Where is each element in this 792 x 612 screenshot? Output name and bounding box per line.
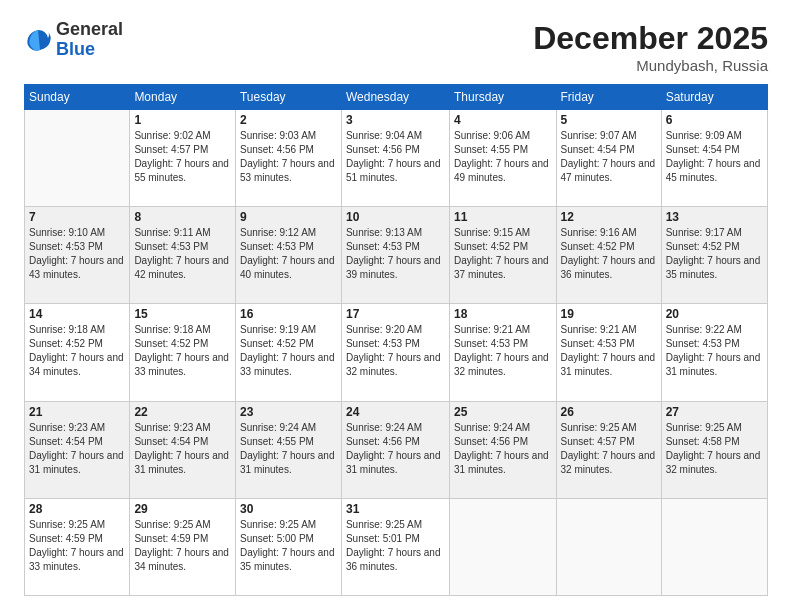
day-number: 16	[240, 307, 337, 321]
day-number: 6	[666, 113, 763, 127]
day-number: 23	[240, 405, 337, 419]
calendar-day-header: Tuesday	[235, 85, 341, 110]
calendar-cell: 4Sunrise: 9:06 AMSunset: 4:55 PMDaylight…	[450, 110, 557, 207]
day-info: Sunrise: 9:04 AMSunset: 4:56 PMDaylight:…	[346, 129, 445, 185]
day-info: Sunrise: 9:24 AMSunset: 4:56 PMDaylight:…	[346, 421, 445, 477]
calendar-day-header: Saturday	[661, 85, 767, 110]
page: General Blue December 2025 Mundybash, Ru…	[0, 0, 792, 612]
calendar-cell: 16Sunrise: 9:19 AMSunset: 4:52 PMDayligh…	[235, 304, 341, 401]
logo-general: General	[56, 20, 123, 40]
calendar-week-row: 14Sunrise: 9:18 AMSunset: 4:52 PMDayligh…	[25, 304, 768, 401]
calendar-cell: 19Sunrise: 9:21 AMSunset: 4:53 PMDayligh…	[556, 304, 661, 401]
day-info: Sunrise: 9:21 AMSunset: 4:53 PMDaylight:…	[561, 323, 657, 379]
calendar-cell: 3Sunrise: 9:04 AMSunset: 4:56 PMDaylight…	[341, 110, 449, 207]
calendar-header-row: SundayMondayTuesdayWednesdayThursdayFrid…	[25, 85, 768, 110]
day-info: Sunrise: 9:15 AMSunset: 4:52 PMDaylight:…	[454, 226, 552, 282]
day-number: 12	[561, 210, 657, 224]
calendar-cell: 9Sunrise: 9:12 AMSunset: 4:53 PMDaylight…	[235, 207, 341, 304]
day-info: Sunrise: 9:06 AMSunset: 4:55 PMDaylight:…	[454, 129, 552, 185]
day-number: 25	[454, 405, 552, 419]
calendar-day-header: Thursday	[450, 85, 557, 110]
location: Mundybash, Russia	[533, 57, 768, 74]
day-info: Sunrise: 9:25 AMSunset: 4:59 PMDaylight:…	[134, 518, 231, 574]
day-info: Sunrise: 9:10 AMSunset: 4:53 PMDaylight:…	[29, 226, 125, 282]
calendar-day-header: Sunday	[25, 85, 130, 110]
calendar-cell: 24Sunrise: 9:24 AMSunset: 4:56 PMDayligh…	[341, 401, 449, 498]
day-info: Sunrise: 9:09 AMSunset: 4:54 PMDaylight:…	[666, 129, 763, 185]
day-number: 1	[134, 113, 231, 127]
calendar-day-header: Friday	[556, 85, 661, 110]
calendar-cell: 8Sunrise: 9:11 AMSunset: 4:53 PMDaylight…	[130, 207, 236, 304]
day-number: 27	[666, 405, 763, 419]
day-number: 7	[29, 210, 125, 224]
month-title: December 2025	[533, 20, 768, 57]
day-info: Sunrise: 9:18 AMSunset: 4:52 PMDaylight:…	[29, 323, 125, 379]
calendar-day-header: Wednesday	[341, 85, 449, 110]
day-number: 22	[134, 405, 231, 419]
day-number: 8	[134, 210, 231, 224]
calendar-cell: 29Sunrise: 9:25 AMSunset: 4:59 PMDayligh…	[130, 498, 236, 595]
calendar-day-header: Monday	[130, 85, 236, 110]
calendar-cell: 12Sunrise: 9:16 AMSunset: 4:52 PMDayligh…	[556, 207, 661, 304]
logo: General Blue	[24, 20, 123, 60]
day-number: 20	[666, 307, 763, 321]
calendar-cell	[450, 498, 557, 595]
day-info: Sunrise: 9:20 AMSunset: 4:53 PMDaylight:…	[346, 323, 445, 379]
logo-icon	[24, 26, 52, 54]
calendar-cell: 18Sunrise: 9:21 AMSunset: 4:53 PMDayligh…	[450, 304, 557, 401]
calendar-cell: 22Sunrise: 9:23 AMSunset: 4:54 PMDayligh…	[130, 401, 236, 498]
calendar-cell: 6Sunrise: 9:09 AMSunset: 4:54 PMDaylight…	[661, 110, 767, 207]
day-number: 28	[29, 502, 125, 516]
day-number: 2	[240, 113, 337, 127]
day-number: 18	[454, 307, 552, 321]
day-info: Sunrise: 9:24 AMSunset: 4:56 PMDaylight:…	[454, 421, 552, 477]
day-info: Sunrise: 9:03 AMSunset: 4:56 PMDaylight:…	[240, 129, 337, 185]
calendar-cell: 13Sunrise: 9:17 AMSunset: 4:52 PMDayligh…	[661, 207, 767, 304]
calendar-week-row: 21Sunrise: 9:23 AMSunset: 4:54 PMDayligh…	[25, 401, 768, 498]
calendar-cell: 31Sunrise: 9:25 AMSunset: 5:01 PMDayligh…	[341, 498, 449, 595]
day-info: Sunrise: 9:25 AMSunset: 4:58 PMDaylight:…	[666, 421, 763, 477]
calendar-cell: 10Sunrise: 9:13 AMSunset: 4:53 PMDayligh…	[341, 207, 449, 304]
day-info: Sunrise: 9:25 AMSunset: 5:01 PMDaylight:…	[346, 518, 445, 574]
header: General Blue December 2025 Mundybash, Ru…	[24, 20, 768, 74]
day-number: 5	[561, 113, 657, 127]
day-number: 4	[454, 113, 552, 127]
calendar-cell: 21Sunrise: 9:23 AMSunset: 4:54 PMDayligh…	[25, 401, 130, 498]
day-number: 15	[134, 307, 231, 321]
day-info: Sunrise: 9:11 AMSunset: 4:53 PMDaylight:…	[134, 226, 231, 282]
calendar-cell: 14Sunrise: 9:18 AMSunset: 4:52 PMDayligh…	[25, 304, 130, 401]
day-number: 21	[29, 405, 125, 419]
calendar-cell: 11Sunrise: 9:15 AMSunset: 4:52 PMDayligh…	[450, 207, 557, 304]
calendar-cell: 28Sunrise: 9:25 AMSunset: 4:59 PMDayligh…	[25, 498, 130, 595]
day-info: Sunrise: 9:25 AMSunset: 4:59 PMDaylight:…	[29, 518, 125, 574]
day-info: Sunrise: 9:02 AMSunset: 4:57 PMDaylight:…	[134, 129, 231, 185]
day-number: 13	[666, 210, 763, 224]
day-number: 17	[346, 307, 445, 321]
day-info: Sunrise: 9:12 AMSunset: 4:53 PMDaylight:…	[240, 226, 337, 282]
day-info: Sunrise: 9:23 AMSunset: 4:54 PMDaylight:…	[134, 421, 231, 477]
day-number: 10	[346, 210, 445, 224]
day-number: 29	[134, 502, 231, 516]
day-info: Sunrise: 9:19 AMSunset: 4:52 PMDaylight:…	[240, 323, 337, 379]
calendar-cell: 25Sunrise: 9:24 AMSunset: 4:56 PMDayligh…	[450, 401, 557, 498]
calendar-cell: 1Sunrise: 9:02 AMSunset: 4:57 PMDaylight…	[130, 110, 236, 207]
day-info: Sunrise: 9:13 AMSunset: 4:53 PMDaylight:…	[346, 226, 445, 282]
day-info: Sunrise: 9:24 AMSunset: 4:55 PMDaylight:…	[240, 421, 337, 477]
calendar-cell: 2Sunrise: 9:03 AMSunset: 4:56 PMDaylight…	[235, 110, 341, 207]
day-number: 3	[346, 113, 445, 127]
calendar-cell: 17Sunrise: 9:20 AMSunset: 4:53 PMDayligh…	[341, 304, 449, 401]
day-info: Sunrise: 9:25 AMSunset: 5:00 PMDaylight:…	[240, 518, 337, 574]
calendar-cell: 27Sunrise: 9:25 AMSunset: 4:58 PMDayligh…	[661, 401, 767, 498]
calendar-cell	[556, 498, 661, 595]
day-info: Sunrise: 9:07 AMSunset: 4:54 PMDaylight:…	[561, 129, 657, 185]
day-number: 26	[561, 405, 657, 419]
day-number: 11	[454, 210, 552, 224]
day-info: Sunrise: 9:25 AMSunset: 4:57 PMDaylight:…	[561, 421, 657, 477]
calendar-week-row: 1Sunrise: 9:02 AMSunset: 4:57 PMDaylight…	[25, 110, 768, 207]
day-info: Sunrise: 9:21 AMSunset: 4:53 PMDaylight:…	[454, 323, 552, 379]
calendar-cell: 23Sunrise: 9:24 AMSunset: 4:55 PMDayligh…	[235, 401, 341, 498]
calendar-cell: 5Sunrise: 9:07 AMSunset: 4:54 PMDaylight…	[556, 110, 661, 207]
title-block: December 2025 Mundybash, Russia	[533, 20, 768, 74]
logo-text: General Blue	[56, 20, 123, 60]
calendar-cell: 30Sunrise: 9:25 AMSunset: 5:00 PMDayligh…	[235, 498, 341, 595]
